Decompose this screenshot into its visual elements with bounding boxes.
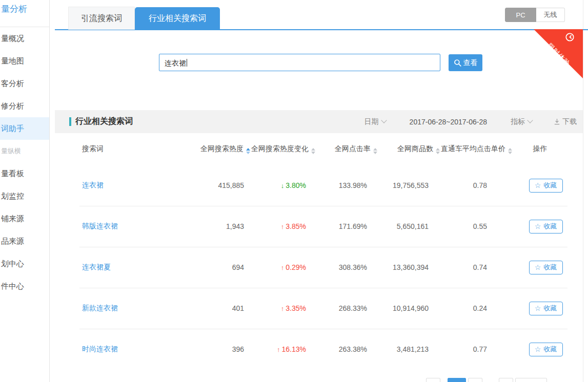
star-icon: ☆ xyxy=(535,264,541,271)
wireless-toggle-button[interactable]: 无线 xyxy=(536,8,565,22)
col-header-products[interactable]: 全网商品数 xyxy=(378,144,441,154)
sidebar-item-label: 量地图 xyxy=(1,56,24,65)
col-header-ctr[interactable]: 全网点击率 xyxy=(314,144,378,154)
date-filter-dropdown[interactable]: 日期 xyxy=(364,117,386,126)
col-header-cpc[interactable]: 直通车平均点击单价 xyxy=(441,144,498,154)
next-page-button[interactable] xyxy=(468,378,482,382)
ctr-value: 263.38% xyxy=(314,345,378,353)
pc-toggle-button[interactable]: PC xyxy=(505,8,536,22)
sidebar-item-label: 铺来源 xyxy=(1,214,24,223)
star-icon: ☆ xyxy=(535,223,541,230)
text-caret xyxy=(187,59,187,67)
col-header-heat[interactable]: 全网搜索热度 xyxy=(183,144,251,154)
sidebar-item[interactable]: 量看板 xyxy=(0,162,49,185)
section-title-bar xyxy=(69,117,71,126)
sidebar-item[interactable]: 客分析 xyxy=(0,72,49,95)
sidebar-item-label: 量概况 xyxy=(1,34,24,43)
sidebar-section-title[interactable]: 量分析 xyxy=(1,3,27,15)
device-toggle: PC 无线 xyxy=(505,8,565,22)
heat-value: 396 xyxy=(183,345,251,353)
current-page-button[interactable] xyxy=(448,378,466,382)
ctr-value: 308.36% xyxy=(314,263,378,271)
change-value: 16.13% xyxy=(282,345,306,353)
favorite-button[interactable]: ☆收藏 xyxy=(529,302,563,315)
sidebar-item[interactable]: 量概况 xyxy=(0,27,49,50)
keyword-link[interactable]: 时尚连衣裙 xyxy=(82,345,118,353)
trend-arrow-icon xyxy=(277,346,280,353)
ctr-value: 171.69% xyxy=(314,222,378,230)
sort-icon[interactable] xyxy=(246,148,250,154)
products-value: 10,914,960 xyxy=(378,304,441,312)
tab-label: 引流搜索词 xyxy=(81,14,122,23)
cpc-value: 0.78 xyxy=(441,181,498,189)
table-row: 连衣裙夏 694 0.29% 308.36% 13,360,394 0.74 ☆… xyxy=(55,247,583,288)
date-range: 2017-06-28~2017-06-28 xyxy=(410,118,487,126)
sidebar-item[interactable]: 划中心 xyxy=(0,252,49,275)
sort-icon[interactable] xyxy=(373,148,377,154)
sidebar-item-label: 划中心 xyxy=(1,259,24,268)
page-jump-confirm-button[interactable] xyxy=(499,378,513,382)
sidebar-item[interactable]: 品来源 xyxy=(0,230,49,252)
download-button[interactable]: 下载 xyxy=(554,117,577,126)
sort-icon[interactable] xyxy=(436,148,440,154)
keyword-link[interactable]: 连衣裙 xyxy=(82,181,104,189)
change-cell: 3.35% xyxy=(251,304,314,312)
change-cell: 0.29% xyxy=(251,263,314,271)
favorite-label: 收藏 xyxy=(543,304,557,313)
heat-value: 1,943 xyxy=(183,222,251,230)
change-value: 3.85% xyxy=(286,222,306,230)
chevron-down-icon xyxy=(381,117,387,123)
trial-ribbon[interactable]: 限时体验 xyxy=(534,29,583,78)
favorite-label: 收藏 xyxy=(543,263,557,272)
keyword-link[interactable]: 连衣裙夏 xyxy=(82,263,111,271)
section-title: 行业相关搜索词 xyxy=(75,116,133,127)
search-input-value: 连衣裙 xyxy=(165,59,186,67)
metric-filter-dropdown[interactable]: 指标 xyxy=(511,117,532,126)
tab-label: 行业相关搜索词 xyxy=(149,14,206,23)
sidebar-item[interactable]: 词助手 xyxy=(0,117,49,140)
sidebar-item[interactable]: 划监控 xyxy=(0,185,49,207)
tab[interactable]: 引流搜索词 xyxy=(68,7,135,30)
favorite-button[interactable]: ☆收藏 xyxy=(529,261,563,274)
change-cell: 3.80% xyxy=(251,181,314,189)
sidebar-item-label: 件中心 xyxy=(1,282,24,290)
star-icon: ☆ xyxy=(535,305,541,312)
sidebar-item-label: 品来源 xyxy=(1,237,24,245)
search-input[interactable]: 连衣裙 xyxy=(159,54,440,71)
favorite-label: 收藏 xyxy=(543,181,557,190)
favorite-button[interactable]: ☆收藏 xyxy=(529,220,563,234)
content-panel: 引流搜索词 行业相关搜索词 PC 无线 限时体验 连衣裙 查看 行业相 xyxy=(55,0,583,382)
col-header-action: 操作 xyxy=(498,144,583,154)
table-row: 韩版连衣裙 1,943 3.85% 171.69% 5,650,161 0.55… xyxy=(55,206,583,247)
keyword-link[interactable]: 新款连衣裙 xyxy=(82,304,118,312)
star-icon: ☆ xyxy=(535,182,541,189)
tab-bar: 引流搜索词 行业相关搜索词 xyxy=(68,7,220,30)
keyword-link[interactable]: 韩版连衣裙 xyxy=(82,222,118,230)
tab[interactable]: 行业相关搜索词 xyxy=(135,7,220,30)
sidebar-item[interactable]: 量地图 xyxy=(0,50,49,72)
sidebar-item[interactable]: 修分析 xyxy=(0,95,49,117)
table-header: 搜索词 全网搜索热度 全网搜索热度变化 全网点击率 全网商品数 直通车平均点击单… xyxy=(55,133,583,165)
view-button[interactable]: 查看 xyxy=(449,54,482,71)
products-value: 5,650,161 xyxy=(378,222,441,230)
favorite-button[interactable]: ☆收藏 xyxy=(529,343,563,356)
col-header-heat-change[interactable]: 全网搜索热度变化 xyxy=(251,144,314,154)
date-filter-label: 日期 xyxy=(364,117,379,125)
favorite-button[interactable]: ☆收藏 xyxy=(529,179,563,193)
cpc-value: 0.55 xyxy=(441,222,498,230)
sidebar-nav: 量概况 量地图 客分析 修分析 词助手 量纵横 量看板 xyxy=(0,27,49,298)
heat-value: 415,885 xyxy=(183,181,251,189)
sidebar: 量分析 量概况 量地图 客分析 修分析 词助手 量纵横 xyxy=(0,0,50,382)
sidebar-item[interactable]: 件中心 xyxy=(0,275,49,298)
search-icon xyxy=(454,59,462,67)
page-jump-input[interactable] xyxy=(515,378,547,382)
change-cell: 3.85% xyxy=(251,222,314,230)
ctr-value: 268.33% xyxy=(314,304,378,312)
sidebar-item[interactable]: 铺来源 xyxy=(0,207,49,230)
metric-filter-label: 指标 xyxy=(511,117,525,125)
sidebar-item-label: 划监控 xyxy=(1,192,24,200)
prev-page-button[interactable] xyxy=(426,378,440,382)
pagination xyxy=(55,378,583,382)
trend-arrow-icon xyxy=(281,264,285,271)
sidebar-item[interactable]: 量纵横 xyxy=(0,140,49,162)
